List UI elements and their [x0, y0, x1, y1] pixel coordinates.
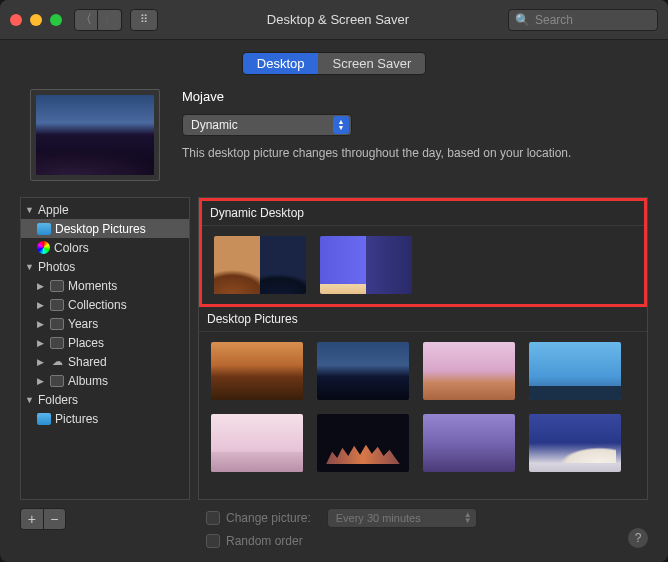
tree-group-photos[interactable]: ▼Photos [21, 257, 189, 276]
plus-icon: + [28, 511, 36, 527]
wallpaper-thumb[interactable] [320, 236, 412, 294]
section-title: Desktop Pictures [199, 307, 647, 332]
change-picture-checkbox[interactable] [206, 511, 220, 525]
close-icon[interactable] [10, 14, 22, 26]
section-title: Dynamic Desktop [202, 201, 644, 226]
chevron-left-icon: 〈 [80, 11, 92, 28]
tab-bar: Desktop Screen Saver [20, 52, 648, 75]
remove-folder-button[interactable]: − [44, 509, 66, 529]
appearance-mode-dropdown[interactable]: Dynamic ▲▼ [182, 114, 352, 136]
tree-item-years[interactable]: ▶Years [21, 314, 189, 333]
random-order-checkbox [206, 534, 220, 548]
wallpaper-thumb[interactable] [211, 342, 303, 400]
folder-icon [37, 413, 51, 425]
search-placeholder: Search [535, 13, 573, 27]
source-tree[interactable]: ▼Apple Desktop Pictures Colors ▼Photos ▶… [20, 197, 190, 500]
tree-item-albums[interactable]: ▶Albums [21, 371, 189, 390]
help-button[interactable]: ? [628, 528, 648, 548]
folder-icon [37, 223, 51, 235]
titlebar: 〈 〉 ⠿ Desktop & Screen Saver 🔍 Search [0, 0, 668, 40]
search-icon: 🔍 [515, 13, 530, 27]
wallpaper-thumb[interactable] [214, 236, 306, 294]
wallpaper-gallery: Dynamic Desktop Desktop Pictures [198, 197, 648, 500]
color-wheel-icon [37, 241, 50, 254]
tree-group-folders[interactable]: ▼Folders [21, 390, 189, 409]
tree-item-desktop-pictures[interactable]: Desktop Pictures [21, 219, 189, 238]
disclosure-right-icon: ▶ [37, 338, 46, 348]
content-area: Desktop Screen Saver Mojave Dynamic ▲▼ T… [0, 40, 668, 562]
updown-icon: ▲▼ [333, 116, 349, 134]
tab-desktop[interactable]: Desktop [243, 53, 319, 74]
disclosure-right-icon: ▶ [37, 357, 46, 367]
wallpaper-thumb[interactable] [211, 414, 303, 472]
cloud-icon: ☁ [50, 356, 64, 368]
album-icon [50, 280, 64, 292]
change-picture-label: Change picture: [226, 511, 311, 525]
wallpaper-thumb[interactable] [423, 342, 515, 400]
grid-icon: ⠿ [140, 13, 148, 26]
wallpaper-thumb[interactable] [317, 414, 409, 472]
section-desktop-pictures: Desktop Pictures [199, 307, 647, 482]
zoom-icon[interactable] [50, 14, 62, 26]
album-icon [50, 299, 64, 311]
add-remove-segmented: + − [20, 508, 66, 530]
show-all-button[interactable]: ⠿ [130, 9, 158, 31]
disclosure-down-icon: ▼ [25, 262, 34, 272]
tree-item-colors[interactable]: Colors [21, 238, 189, 257]
updown-icon: ▲▼ [464, 512, 472, 524]
random-order-label: Random order [226, 534, 303, 548]
window-controls [10, 14, 62, 26]
disclosure-down-icon: ▼ [25, 205, 34, 215]
chevron-right-icon: 〉 [104, 11, 116, 28]
tree-item-collections[interactable]: ▶Collections [21, 295, 189, 314]
wallpaper-thumb[interactable] [423, 414, 515, 472]
forward-button: 〉 [98, 9, 122, 31]
album-icon [50, 375, 64, 387]
tab-screensaver[interactable]: Screen Saver [318, 53, 425, 74]
nav-buttons: 〈 〉 [74, 9, 122, 31]
wallpaper-thumb[interactable] [317, 342, 409, 400]
add-folder-button[interactable]: + [21, 509, 44, 529]
disclosure-right-icon: ▶ [37, 319, 46, 329]
preview-row: Mojave Dynamic ▲▼ This desktop picture c… [20, 89, 648, 181]
bottom-controls: + − Change picture: Every 30 minutes ▲▼ … [20, 508, 648, 548]
wallpaper-preview [30, 89, 160, 181]
tree-item-shared[interactable]: ▶☁Shared [21, 352, 189, 371]
wallpaper-preview-image [36, 95, 154, 175]
minimize-icon[interactable] [30, 14, 42, 26]
wallpaper-thumb[interactable] [529, 342, 621, 400]
album-icon [50, 337, 64, 349]
wallpaper-description: This desktop picture changes throughout … [182, 146, 648, 160]
interval-value: Every 30 minutes [336, 512, 421, 524]
options-group: Change picture: Every 30 minutes ▲▼ Rand… [206, 508, 477, 548]
tree-item-places[interactable]: ▶Places [21, 333, 189, 352]
section-dynamic-desktop: Dynamic Desktop [199, 198, 647, 307]
lower-panel: ▼Apple Desktop Pictures Colors ▼Photos ▶… [20, 197, 648, 500]
wallpaper-thumb[interactable] [529, 414, 621, 472]
disclosure-down-icon: ▼ [25, 395, 34, 405]
disclosure-right-icon: ▶ [37, 300, 46, 310]
thumbnail-grid [199, 332, 647, 482]
help-icon: ? [635, 531, 642, 545]
preview-details: Mojave Dynamic ▲▼ This desktop picture c… [182, 89, 648, 181]
album-icon [50, 318, 64, 330]
disclosure-right-icon: ▶ [37, 281, 46, 291]
tree-item-pictures[interactable]: Pictures [21, 409, 189, 428]
tree-item-moments[interactable]: ▶Moments [21, 276, 189, 295]
thumbnail-row [202, 226, 644, 304]
minus-icon: − [50, 511, 58, 527]
change-interval-dropdown: Every 30 minutes ▲▼ [327, 508, 477, 528]
preferences-window: 〈 〉 ⠿ Desktop & Screen Saver 🔍 Search De… [0, 0, 668, 562]
window-title: Desktop & Screen Saver [168, 12, 508, 27]
wallpaper-name: Mojave [182, 89, 648, 104]
back-button[interactable]: 〈 [74, 9, 98, 31]
tree-group-apple[interactable]: ▼Apple [21, 200, 189, 219]
search-field[interactable]: 🔍 Search [508, 9, 658, 31]
disclosure-right-icon: ▶ [37, 376, 46, 386]
dropdown-value: Dynamic [191, 118, 238, 132]
